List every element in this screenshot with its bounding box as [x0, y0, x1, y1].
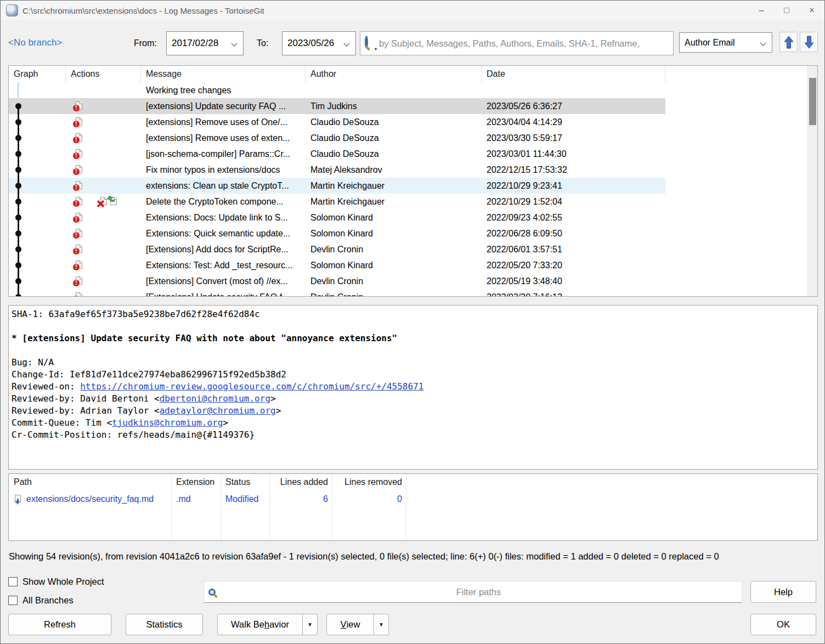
commit-node-icon: [15, 199, 21, 205]
commit-node-icon: [15, 294, 21, 297]
from-date-combobox[interactable]: 2017/02/28: [166, 31, 244, 55]
commit-node-icon: [15, 278, 21, 284]
modified-file-icon: !: [73, 149, 83, 159]
log-row[interactable]: ! [extensions] Remove uses of One/... Cl…: [9, 114, 665, 130]
bug-line: Bug: N/A: [12, 357, 817, 369]
view-dropdown-arrow[interactable]: ▼: [374, 614, 388, 635]
reviewer-email-link[interactable]: adetaylor@chromium.org: [160, 405, 276, 416]
search-field-dropdown[interactable]: Author Email: [679, 32, 772, 53]
log-row[interactable]: ! [extensions] Remove uses of exten... C…: [9, 130, 665, 146]
commit-node-icon: [15, 214, 21, 221]
to-date-value: 2023/05/26: [282, 38, 344, 49]
log-row[interactable]: ! [Extensions] Update security FAQ f... …: [9, 289, 665, 297]
file-column-path[interactable]: Path: [14, 474, 167, 490]
commit-node-icon: [15, 230, 21, 236]
commit-queue-line: Commit-Queue: Tim <tjudkins@chromium.org…: [12, 417, 817, 429]
log-row[interactable]: ! [extensions] Update security FAQ ... T…: [9, 98, 665, 114]
commit-node-icon: [15, 103, 21, 109]
to-date-combobox[interactable]: 2023/05/26: [282, 31, 356, 55]
log-row[interactable]: ! [Extensions] Add docs for ScriptRe... …: [9, 241, 665, 257]
find-next-button[interactable]: [800, 32, 818, 52]
modified-document-icon: [14, 495, 22, 504]
commit-message-pane[interactable]: SHA-1: 63afa9ef65f373ba5e9238be7d62f28e4…: [8, 305, 818, 470]
tortoisegit-app-icon: [6, 4, 18, 16]
find-previous-button[interactable]: [779, 32, 798, 52]
change-id-line: Change-Id: Ief81d7e11dce27974eba86299671…: [12, 369, 817, 381]
modified-file-icon: !: [73, 196, 83, 207]
maximize-button[interactable]: □: [774, 1, 799, 20]
up-arrow-icon: [784, 36, 794, 49]
dropdown-arrow-icon: ▼: [307, 622, 313, 628]
modified-file-icon: !: [73, 165, 83, 175]
help-button[interactable]: Help: [750, 581, 816, 603]
file-row-extension: .md: [176, 492, 219, 507]
branch-link[interactable]: <No branch>: [8, 37, 62, 48]
chevron-down-icon: [761, 40, 766, 46]
commit-node-icon: [15, 167, 21, 173]
file-column-lines-removed[interactable]: Lines removed: [332, 474, 402, 490]
committer-email-link[interactable]: tjudkins@chromium.org: [112, 417, 223, 428]
search-options-button[interactable]: ▾: [360, 35, 379, 52]
window-title: C:\src\chromium\src\extensions\docs - Lo…: [22, 6, 264, 15]
column-header-message[interactable]: Message: [141, 66, 306, 82]
log-row[interactable]: ! [json-schema-compiler] Params::Cr... C…: [9, 146, 665, 162]
walk-behavior-dropdown-arrow[interactable]: ▼: [302, 614, 317, 635]
reviewed-by-line-2: Reviewed-by: Adrian Taylor <adetaylor@ch…: [12, 405, 817, 417]
review-url-link[interactable]: https://chromium-review.googlesource.com…: [80, 381, 423, 392]
minimize-button[interactable]: –: [749, 1, 774, 20]
commit-node-icon: [15, 262, 21, 268]
commit-log-list: Graph Actions Message Author Date Workin…: [8, 65, 818, 297]
column-header-author[interactable]: Author: [306, 66, 482, 82]
close-button[interactable]: ×: [799, 1, 824, 20]
view-button[interactable]: View ▼: [326, 614, 389, 635]
changed-files-pane: Path Extension Status Lines added Lines …: [8, 473, 818, 541]
working-tree-graph-line: [18, 82, 19, 98]
reviewer-email-link[interactable]: dbertoni@chromium.org: [160, 393, 270, 404]
toolbar: <No branch> From: 2017/02/28 To: 2023/05…: [1, 20, 824, 65]
status-bar-text: Showing 54 revision(s), from revision 40…: [9, 551, 719, 562]
search-field-value: Author Email: [680, 38, 761, 48]
file-row-path[interactable]: extensions/docs/security_faq.md: [14, 492, 169, 507]
file-column-extension[interactable]: Extension: [176, 474, 219, 490]
column-header-graph[interactable]: Graph: [9, 66, 66, 82]
sha1-line: SHA-1: 63afa9ef65f373ba5e9238be7d62f28e4…: [12, 308, 817, 320]
log-row[interactable]: ! extensions: Clean up stale CryptoT... …: [9, 178, 665, 194]
column-header-actions[interactable]: Actions: [66, 66, 141, 82]
working-tree-row[interactable]: Working tree changes: [9, 82, 665, 98]
log-row[interactable]: ! Extensions: Test: Add _test_resourc...…: [9, 257, 665, 273]
search-icon: [365, 36, 368, 48]
commit-node-icon: [15, 119, 21, 125]
log-row[interactable]: ! Extensions: Quick semantic update... S…: [9, 225, 665, 241]
ok-button[interactable]: OK: [750, 614, 816, 635]
modified-file-icon: !: [73, 276, 83, 286]
modified-file-icon: !: [73, 292, 83, 297]
scrollbar-thumb[interactable]: [809, 78, 816, 125]
show-whole-project-checkbox[interactable]: Show Whole Project: [8, 577, 104, 587]
file-column-status[interactable]: Status: [225, 474, 268, 490]
log-row[interactable]: ! Fix minor typos in extensions/docs Mat…: [9, 162, 665, 178]
log-search-box: ▾: [360, 31, 674, 55]
log-row[interactable]: ! [Extensions] Convert (most of) //ex...…: [9, 273, 665, 289]
reviewed-by-line-1: Reviewed-by: David Bertoni <dbertoni@chr…: [12, 393, 817, 405]
checkbox-icon: [8, 596, 18, 605]
column-header-date[interactable]: Date: [482, 66, 665, 82]
log-rows: Working tree changes ! [extensions] Upda…: [9, 82, 665, 297]
log-row[interactable]: ! Extensions: Docs: Update link to S... …: [9, 210, 665, 225]
file-column-lines-added[interactable]: Lines added: [270, 474, 328, 490]
log-row[interactable]: ! Delete the CryptoToken compone... Mart…: [9, 194, 665, 210]
maximize-icon: □: [784, 5, 789, 15]
statistics-button[interactable]: Statistics: [126, 614, 203, 635]
chevron-down-icon: [232, 41, 238, 46]
all-branches-checkbox[interactable]: All Branches: [8, 595, 74, 606]
commit-node-icon: [15, 135, 21, 141]
log-search-input[interactable]: [379, 32, 673, 55]
modified-file-icon: !: [73, 228, 83, 239]
search-caret-icon: ▾: [375, 47, 377, 52]
walk-behavior-button[interactable]: Walk Behavior ▼: [217, 614, 318, 635]
modified-file-icon: !: [73, 244, 83, 255]
vertical-scrollbar[interactable]: [807, 66, 817, 296]
replaced-file-icon: [108, 196, 117, 207]
filter-paths-input[interactable]: [216, 581, 742, 602]
refresh-button[interactable]: Refresh: [8, 614, 111, 635]
modified-file-icon: !: [73, 133, 83, 143]
